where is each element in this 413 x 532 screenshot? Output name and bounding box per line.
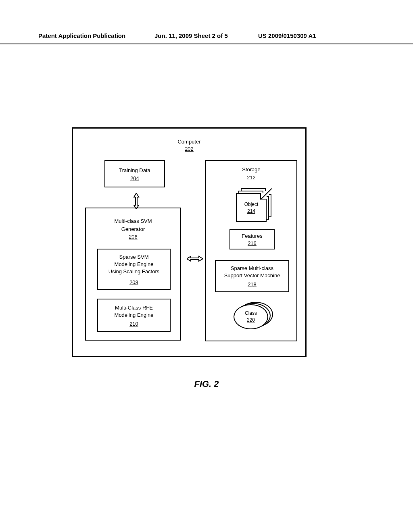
class-label: Class: [245, 310, 257, 316]
object-ref: 214: [247, 208, 255, 214]
rfe-engine-label: Multi-Class RFE Modeling Engine: [115, 305, 154, 318]
header-mid-text: Jun. 11, 2009 Sheet 2 of 5: [154, 32, 228, 39]
sparse-engine-label: Sparse SVM Modeling Engine Using Scaling…: [108, 254, 159, 274]
computer-label-text: Computer: [177, 139, 200, 145]
computer-label: Computer 202: [73, 138, 305, 152]
object-label: Object: [244, 202, 259, 207]
training-label: Training Data: [119, 167, 150, 173]
vertical-double-arrow-icon: [133, 193, 140, 209]
storage-label: Storage 212: [206, 166, 296, 181]
storage-box: Storage 212 Object 214 Features 216 Spar…: [205, 160, 297, 341]
storage-label-text: Storage: [242, 166, 261, 172]
generator-label-text: Multi-class SVM Generator: [114, 218, 152, 232]
figure-caption: FIG. 2: [0, 379, 413, 389]
features-box: Features 216: [229, 229, 275, 249]
generator-ref: 206: [129, 234, 138, 240]
training-ref: 204: [130, 175, 139, 181]
header-left-text: Patent Application Publication: [38, 32, 125, 39]
generator-box: Multi-class SVM Generator 206 Sparse SVM…: [85, 208, 181, 341]
svm-label: Sparse Multi-class Support Vector Machin…: [224, 265, 280, 278]
computer-ref: 202: [185, 146, 194, 152]
header-right-text: US 2009/0150309 A1: [258, 32, 316, 39]
computer-container-box: Computer 202 Training Data 204 Multi-cla…: [72, 127, 307, 357]
class-ellipse-front: Class 220: [234, 304, 268, 329]
class-ref: 220: [247, 317, 255, 323]
sparse-engine-box: Sparse SVM Modeling Engine Using Scaling…: [97, 249, 171, 290]
class-stack: Class 220: [234, 302, 274, 334]
svm-box: Sparse Multi-class Support Vector Machin…: [215, 260, 289, 292]
horizontal-double-arrow-icon: [187, 255, 203, 262]
storage-ref: 212: [247, 175, 256, 181]
rfe-engine-ref: 210: [98, 320, 170, 328]
training-data-box: Training Data 204: [104, 160, 165, 187]
sparse-engine-ref: 208: [98, 279, 170, 286]
rfe-engine-box: Multi-Class RFE Modeling Engine 210: [97, 299, 171, 332]
svm-ref: 218: [216, 281, 288, 288]
page-header: Patent Application Publication Jun. 11, …: [0, 33, 413, 44]
object-stack: Object 214: [236, 188, 272, 223]
features-ref: 216: [248, 240, 257, 246]
generator-label: Multi-class SVM Generator 206: [86, 217, 180, 241]
features-label: Features: [242, 233, 262, 239]
object-doc-front: Object 214: [236, 193, 267, 222]
